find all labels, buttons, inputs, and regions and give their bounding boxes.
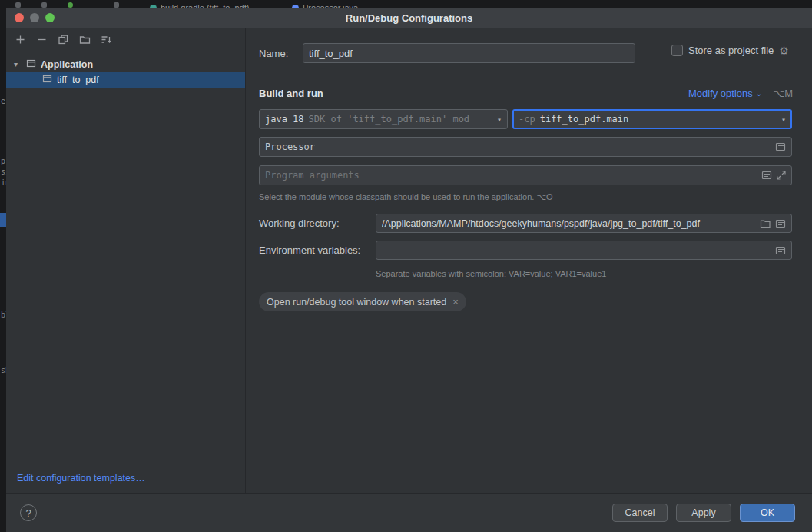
- help-button[interactable]: ?: [20, 504, 37, 521]
- sort-icon: [101, 34, 112, 45]
- zoom-button[interactable]: [45, 13, 55, 22]
- background-toolbar-icon: [114, 2, 119, 8]
- editor-text-fragment: sh: [1, 366, 6, 374]
- name-label: Name:: [259, 48, 288, 59]
- name-input[interactable]: [309, 44, 629, 62]
- tree-group-label: Application: [41, 59, 93, 70]
- jdk-description: SDK of 'tiff_to_pdf.main' mod: [309, 114, 470, 125]
- background-editor-strip: build.gradle (tiff_to_pdf) ⌄ Processor.j…: [6, 0, 812, 8]
- tree-group-application[interactable]: ▾ Application: [6, 56, 245, 72]
- apply-button[interactable]: Apply: [676, 504, 731, 522]
- jdk-value: java 18: [265, 114, 304, 125]
- store-as-project-file-label: Store as project file: [688, 45, 774, 56]
- working-directory-input[interactable]: [382, 214, 755, 232]
- tree-item-tiff-to-pdf[interactable]: tiff_to_pdf: [6, 72, 245, 88]
- folder-icon: [79, 34, 91, 45]
- background-editor-left-sliver: e p ss in ble sh: [0, 0, 6, 532]
- modify-options-link[interactable]: Modify options: [688, 88, 753, 99]
- ok-button[interactable]: OK: [740, 504, 795, 522]
- build-and-run-section-title: Build and run: [259, 88, 323, 99]
- classpath-hint: Select the module whose classpath should…: [259, 192, 553, 202]
- tree-item-label: tiff_to_pdf: [57, 75, 99, 85]
- run-debug-configurations-dialog: Run/Debug Configurations: [6, 8, 812, 532]
- close-button[interactable]: [15, 13, 24, 22]
- insert-macros-icon[interactable]: [775, 218, 786, 229]
- program-arguments-input[interactable]: [265, 166, 757, 185]
- editor-tab-processor-java[interactable]: Processor.java: [292, 0, 358, 8]
- main-class-input[interactable]: [265, 138, 771, 156]
- chevron-down-icon: ▾: [781, 115, 786, 124]
- module-value: tiff_to_pdf.main: [540, 114, 629, 125]
- dialog-titlebar: Run/Debug Configurations: [6, 8, 812, 28]
- sort-configurations-button[interactable]: [100, 33, 112, 45]
- editor-text-fragment: p: [1, 157, 5, 165]
- plus-icon: [15, 34, 26, 45]
- modify-options-shortcut: ⌥M: [773, 88, 793, 99]
- classpath-flag: -cp: [519, 114, 535, 125]
- configurations-tree: ▾ Application tiff_to_pdf: [6, 56, 245, 88]
- run-configuration-icon: [42, 74, 52, 86]
- gear-icon[interactable]: ⚙: [779, 45, 789, 56]
- minimize-button[interactable]: [30, 13, 39, 22]
- application-type-icon: [26, 58, 36, 71]
- insert-macros-icon[interactable]: [775, 141, 786, 152]
- name-field[interactable]: [303, 43, 635, 63]
- editor-text-fragment: e: [1, 97, 5, 105]
- working-directory-field[interactable]: [376, 214, 792, 233]
- program-arguments-field[interactable]: [259, 165, 792, 185]
- modify-options-group: Modify options ⌄ ⌥M: [688, 88, 793, 99]
- chip-label: Open run/debug tool window when started: [267, 297, 446, 308]
- dialog-title: Run/Debug Configurations: [6, 12, 812, 24]
- cancel-button[interactable]: Cancel: [612, 504, 668, 522]
- close-icon[interactable]: ×: [452, 296, 459, 308]
- dialog-footer: ? Cancel Apply OK: [6, 493, 812, 532]
- environment-variables-hint: Separate variables with semicolon: VAR=v…: [376, 269, 606, 278]
- jdk-combo-box[interactable]: java 18 SDK of 'tiff_to_pdf.main' mod ▾: [259, 109, 508, 129]
- browse-folder-icon[interactable]: [760, 218, 771, 228]
- chevron-down-icon: ⌄: [756, 89, 762, 98]
- remove-configuration-button[interactable]: [35, 33, 48, 45]
- environment-variables-field[interactable]: [376, 241, 792, 260]
- add-configuration-button[interactable]: [14, 33, 26, 45]
- save-to-folder-button[interactable]: [78, 33, 91, 45]
- editor-text-fragment: ble: [1, 311, 6, 319]
- background-toolbar-icon: [15, 2, 21, 8]
- open-tool-window-chip[interactable]: Open run/debug tool window when started …: [259, 292, 466, 311]
- chevron-down-icon: ▾: [14, 60, 22, 68]
- editor-text-fragment: in: [1, 178, 6, 187]
- environment-variables-label: Environment variables:: [259, 244, 360, 256]
- edit-configuration-templates-link[interactable]: Edit configuration templates…: [17, 473, 145, 484]
- minus-icon: [36, 34, 48, 45]
- editor-text-fragment: ss: [1, 168, 6, 176]
- background-toolbar-icon: [41, 2, 47, 8]
- working-directory-label: Working directory:: [259, 218, 340, 229]
- configuration-form: Name: Store as project file ⚙ Build and …: [246, 28, 812, 493]
- expand-field-icon[interactable]: [777, 171, 786, 180]
- store-as-project-file-group: Store as project file ⚙: [671, 45, 789, 56]
- insert-macros-icon[interactable]: [775, 245, 786, 256]
- store-as-project-file-checkbox[interactable]: [671, 45, 683, 56]
- environment-variables-input[interactable]: [382, 241, 771, 259]
- window-controls: [15, 13, 55, 22]
- copy-icon: [58, 34, 69, 45]
- main-class-field[interactable]: [259, 137, 792, 157]
- module-classpath-combo-box[interactable]: -cp tiff_to_pdf.main ▾: [512, 109, 792, 129]
- insert-macros-icon[interactable]: [761, 170, 772, 181]
- run-icon: [68, 2, 73, 8]
- chevron-down-icon: ▾: [497, 115, 502, 124]
- editor-tab-build-gradle[interactable]: build.gradle (tiff_to_pdf) ⌄: [150, 0, 261, 8]
- sidebar-toolbar: [6, 28, 245, 50]
- configurations-sidebar: ▾ Application tiff_to_pdf Edit configura…: [6, 28, 246, 493]
- copy-configuration-button[interactable]: [57, 33, 69, 45]
- editor-selection-fragment: [0, 213, 6, 227]
